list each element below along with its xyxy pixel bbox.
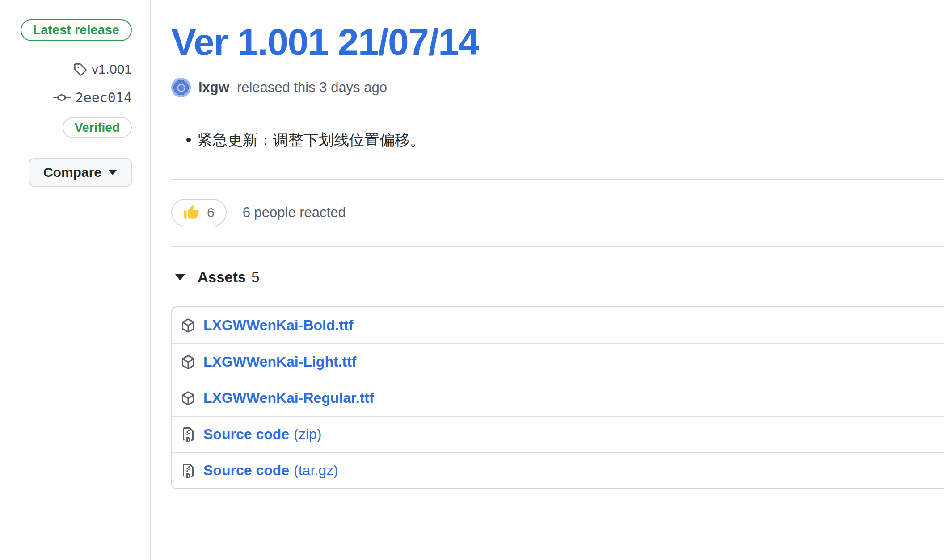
asset-name: Source code bbox=[203, 462, 289, 479]
compare-label: Compare bbox=[43, 165, 101, 180]
tag-name: v1.001 bbox=[92, 62, 132, 77]
verified-label: Verified bbox=[75, 121, 120, 135]
reaction-summary: 6 people reacted bbox=[243, 205, 346, 221]
release-sidebar: Latest release v1.001 2eec014 Verified C… bbox=[0, 0, 151, 560]
release-notes: 紧急更新：调整下划线位置偏移。 bbox=[171, 130, 944, 150]
package-icon bbox=[181, 391, 195, 405]
asset-suffix: (tar.gz) bbox=[294, 462, 338, 479]
commit-sha-link[interactable]: 2eec014 bbox=[76, 90, 132, 105]
package-icon bbox=[181, 355, 195, 369]
zip-file-icon bbox=[181, 427, 195, 442]
thumbs-up-icon bbox=[183, 205, 199, 221]
tag-row: v1.001 bbox=[73, 62, 132, 77]
asset-name: LXGWWenKai-Regular.ttf bbox=[203, 390, 374, 406]
verified-badge[interactable]: Verified bbox=[63, 117, 132, 138]
asset-name: LXGWWenKai-Light.ttf bbox=[203, 354, 356, 370]
divider bbox=[171, 179, 944, 180]
asset-link[interactable]: Source code (zip) bbox=[172, 416, 944, 452]
released-text: released this 3 days ago bbox=[237, 79, 387, 96]
zip-file-icon bbox=[181, 464, 195, 478]
author-name-link[interactable]: lxgw bbox=[198, 79, 229, 96]
asset-name: Source code bbox=[203, 426, 289, 443]
asset-suffix: (zip) bbox=[294, 426, 321, 443]
latest-release-label: Latest release bbox=[33, 23, 119, 38]
assets-toggle[interactable]: Assets 5 bbox=[171, 269, 944, 286]
asset-name: LXGWWenKai-Bold.ttf bbox=[203, 317, 353, 334]
release-main: Ver 1.001 21/07/14 lxgw released this 3 … bbox=[151, 0, 944, 560]
release-page: Latest release v1.001 2eec014 Verified C… bbox=[0, 0, 944, 560]
tag-icon bbox=[73, 63, 87, 76]
commit-row[interactable]: 2eec014 bbox=[53, 90, 132, 105]
release-title: Ver 1.001 21/07/14 bbox=[171, 22, 944, 62]
asset-link[interactable]: LXGWWenKai-Light.ttf bbox=[172, 343, 944, 380]
avatar[interactable] bbox=[171, 78, 191, 97]
assets-list: LXGWWenKai-Bold.ttf LXGWWenKai-Light.ttf… bbox=[171, 306, 944, 489]
assets-count: 5 bbox=[251, 269, 259, 286]
assets-header-label: Assets bbox=[198, 269, 246, 286]
divider bbox=[171, 246, 944, 247]
asset-link[interactable]: Source code (tar.gz) bbox=[172, 452, 944, 488]
latest-release-badge: Latest release bbox=[21, 19, 132, 41]
package-icon bbox=[181, 318, 195, 333]
author-row: lxgw released this 3 days ago bbox=[171, 78, 944, 97]
git-commit-icon bbox=[53, 91, 71, 104]
asset-link[interactable]: LXGWWenKai-Regular.ttf bbox=[172, 380, 944, 416]
compare-button[interactable]: Compare bbox=[29, 158, 132, 187]
thumbs-up-reaction-button[interactable]: 6 bbox=[171, 199, 227, 226]
reactions-row: 6 6 people reacted bbox=[171, 199, 944, 226]
reaction-count: 6 bbox=[207, 205, 215, 220]
caret-down-icon bbox=[175, 274, 185, 280]
avatar-logo bbox=[173, 80, 189, 95]
asset-link[interactable]: LXGWWenKai-Bold.ttf bbox=[172, 307, 944, 343]
chevron-down-icon bbox=[108, 170, 117, 175]
release-note-item: 紧急更新：调整下划线位置偏移。 bbox=[171, 130, 944, 150]
